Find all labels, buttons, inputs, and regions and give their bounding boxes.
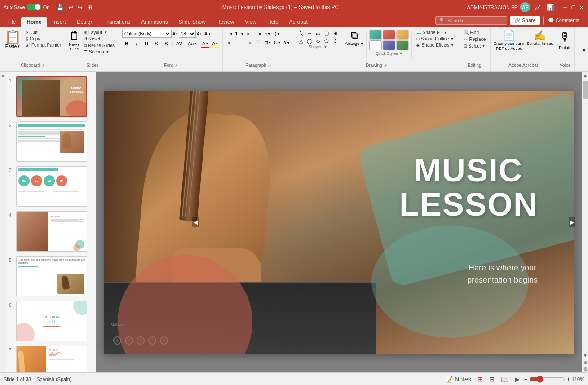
clear-formatting-button[interactable]: Aa (203, 30, 212, 38)
slide-item-7[interactable]: 7 WHAT ISTHIS TOPICABOUT? (8, 345, 94, 372)
underline-button[interactable]: U (142, 40, 151, 48)
slide-scroll-up[interactable]: ▲ (1, 73, 5, 78)
pen-tool-button[interactable]: 🖊 (533, 3, 542, 12)
comments-button[interactable]: 💬 Comments (543, 16, 584, 25)
italic-button[interactable]: I (132, 40, 141, 48)
qs-item-5[interactable] (383, 40, 395, 50)
format-painter-button[interactable]: 🖌 Format Painter (24, 42, 63, 48)
shape-effects-button[interactable]: ◈ Shape Effects ▼ (415, 42, 455, 48)
line-spacing-button[interactable]: ↕▼ (263, 30, 272, 38)
tab-acrobat[interactable]: Acrobat (284, 17, 313, 27)
vscroll-thumb[interactable] (583, 81, 588, 99)
font-color-button[interactable]: A▼ (201, 40, 210, 48)
qs-item-2[interactable] (383, 30, 395, 40)
zoom-in-button[interactable]: + (567, 376, 570, 382)
notes-button[interactable]: 📝 Notes (443, 375, 473, 384)
tab-transitions[interactable]: Transitions (99, 17, 136, 27)
shape-rect[interactable]: ▭ (314, 30, 322, 37)
slide-item-3[interactable]: 3 01 02 03 04 (8, 165, 94, 208)
slide-item-4[interactable]: 4 VENUS (8, 210, 94, 252)
zoom-out-button[interactable]: − (524, 376, 527, 382)
tab-slideshow[interactable]: Slide Show (173, 17, 211, 27)
restore-button[interactable]: ❐ (570, 4, 576, 10)
vscroll-up-button[interactable]: ▲ (582, 72, 588, 79)
slide-item-5[interactable]: 5 "The more I think of it, the more I re… (8, 255, 94, 297)
create-pdf-button[interactable]: 📄 Crear y compartir PDF de Adobe (493, 30, 525, 51)
dictate-icon[interactable]: 🎙 (559, 30, 571, 44)
font-size-decrease[interactable]: A↓ (197, 31, 202, 36)
tab-insert[interactable]: Insert (47, 17, 71, 27)
highlight-color-button[interactable]: A▼ (211, 40, 220, 48)
qs-item-4[interactable] (369, 40, 382, 50)
font-size-increase[interactable]: A↑ (172, 31, 178, 36)
save-button[interactable]: 💾 (55, 3, 66, 12)
shape-rounded-rect[interactable]: ▢ (323, 30, 331, 37)
slide-subtitle[interactable]: Here is where your presentation begins (467, 262, 538, 286)
align-center-button[interactable]: ≡ (235, 39, 244, 47)
qs-item-1[interactable] (369, 30, 382, 40)
text-direction-button[interactable]: ↻▼ (273, 39, 282, 47)
slide-item-1[interactable]: 1 MUSICLESSON (8, 75, 94, 118)
user-avatar[interactable]: AF (520, 2, 530, 12)
bullets-button[interactable]: ≡▼ (225, 30, 234, 38)
tab-home[interactable]: Home (21, 17, 47, 27)
tab-help[interactable]: Help (262, 17, 284, 27)
slide-item-2[interactable]: 2 (8, 120, 94, 163)
font-family-select[interactable]: Calibri (Body) (122, 30, 172, 38)
sign-button[interactable]: ✍ Solicitar firmas (526, 30, 553, 46)
layout-button[interactable]: ⊞ Layout ▼ (82, 30, 116, 35)
tab-view[interactable]: View (239, 17, 262, 27)
numbering-button[interactable]: 1≡▼ (235, 30, 244, 38)
minimize-button[interactable]: ─ (562, 4, 568, 10)
slide-canvas[interactable]: Maldova MUSIC LESSON Here is where your … (104, 91, 574, 354)
presentation-mode-button[interactable]: 📊 (545, 3, 556, 12)
reset-button[interactable]: ↺ Reset (82, 36, 116, 42)
tab-review[interactable]: Review (211, 17, 239, 27)
new-slide-button[interactable]: 🗒 New ▼ Slide (69, 30, 80, 51)
char-spacing-button[interactable]: AV (175, 40, 184, 48)
decrease-indent-button[interactable]: ⇤ (244, 30, 253, 38)
slide-item-6[interactable]: 6 SECTIONTITLE (8, 300, 94, 342)
find-button[interactable]: 🔍 Find (462, 30, 481, 35)
redo-button[interactable]: ↪ (76, 3, 84, 12)
increase-indent-button[interactable]: ⇥ (254, 30, 263, 38)
section-button[interactable]: ☰ Section ▼ (82, 49, 116, 55)
close-button[interactable]: ✕ (578, 4, 584, 10)
strikethrough-button[interactable]: S (152, 40, 161, 48)
cut-button[interactable]: ✂ Cut (24, 30, 63, 35)
tab-animations[interactable]: Animations (136, 17, 173, 27)
shape-outline-button[interactable]: □ Shape Outline ▼ (415, 36, 455, 42)
align-right-button[interactable]: ⇥ (244, 39, 253, 47)
reading-view-button[interactable]: 📖 (499, 375, 510, 384)
customize-button[interactable]: ⊞ (85, 3, 94, 12)
shape-triangle[interactable]: △ (297, 37, 305, 44)
smart-art-button[interactable]: ⊞▼ (263, 39, 272, 47)
shadow-button[interactable]: S (162, 40, 171, 48)
shape-pentagon[interactable]: ⬠ (323, 37, 331, 44)
tab-file[interactable]: File (2, 17, 21, 27)
columns-button[interactable]: ⫿▼ (273, 30, 282, 38)
change-case-button[interactable]: Aa▼ (188, 40, 197, 48)
paste-button[interactable]: 📋 Paste ▼ (3, 30, 23, 50)
shape-more[interactable]: ⊞ (331, 30, 339, 37)
search-input[interactable] (447, 18, 503, 23)
ribbon-scroll-up[interactable]: ▲ (582, 47, 586, 52)
shape-scroll[interactable]: ⇕ (331, 37, 339, 44)
replace-button[interactable]: ↔ Replace (462, 36, 488, 42)
align-left-button[interactable]: ⇤ (225, 39, 234, 47)
fit-button[interactable]: ⊠ (582, 366, 588, 372)
copy-button[interactable]: ⎘ Copy (24, 36, 63, 42)
font-size-select[interactable]: 18 (179, 30, 196, 38)
slideshow-view-button[interactable]: ▶ (513, 375, 522, 384)
justify-button[interactable]: ☰ (254, 39, 263, 47)
bold-button[interactable]: B (122, 40, 131, 48)
zoom-slider[interactable] (529, 376, 565, 383)
qs-item-3[interactable] (396, 30, 409, 40)
scroll-right-button[interactable]: ▶ (569, 217, 575, 227)
slide-title[interactable]: MUSIC LESSON (399, 154, 538, 221)
shape-line[interactable]: ╲ (297, 30, 305, 37)
scroll-left-button[interactable]: ◀ (192, 217, 199, 227)
reuse-slides-button[interactable]: ⧉ Reuse Slides (82, 42, 116, 49)
shape-ellipse[interactable]: ◯ (305, 37, 314, 44)
slide-sorter-button[interactable]: ⊟ (487, 375, 496, 384)
